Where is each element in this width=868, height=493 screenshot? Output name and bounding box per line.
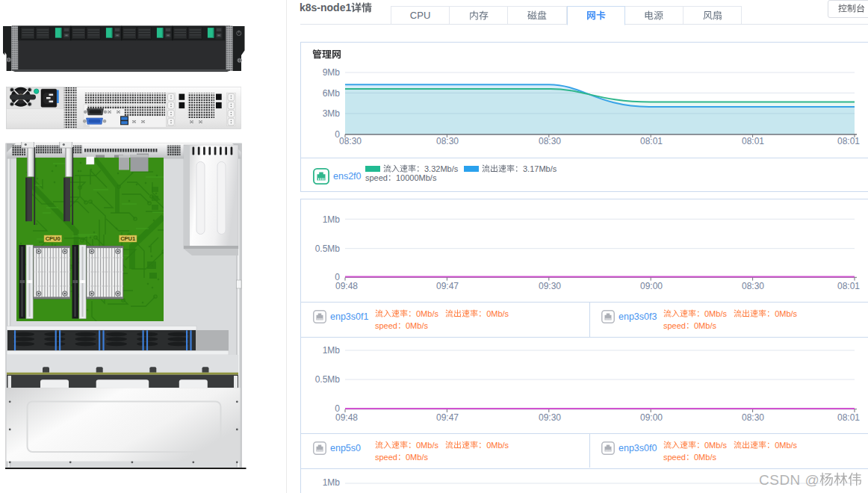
svg-text:CPU1: CPU1	[120, 235, 135, 242]
svg-text:CPU0: CPU0	[46, 235, 61, 242]
